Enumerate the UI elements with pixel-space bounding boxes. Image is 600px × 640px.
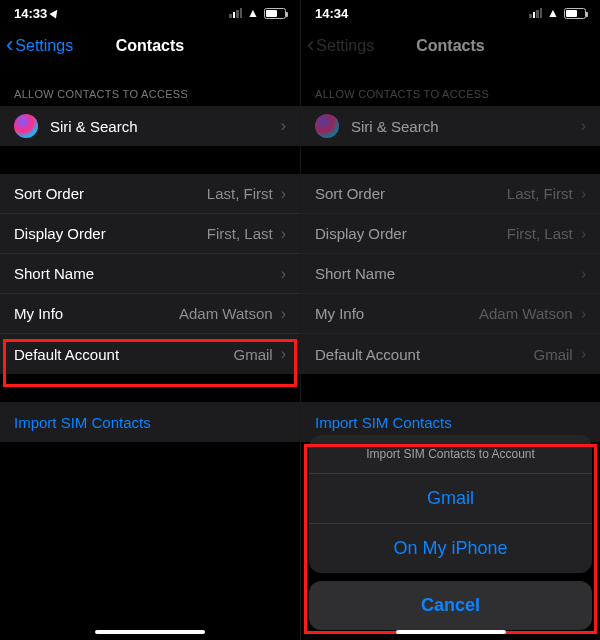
row-siri-search[interactable]: Siri & Search › xyxy=(0,106,300,146)
row-label: Siri & Search xyxy=(50,118,273,135)
wifi-icon: ▲ xyxy=(247,7,259,19)
row-sort-order[interactable]: Sort Order Last, First › xyxy=(0,174,300,214)
chevron-right-icon: › xyxy=(581,345,586,363)
row-display-order[interactable]: Display Order First, Last › xyxy=(0,214,300,254)
chevron-right-icon: › xyxy=(281,117,286,135)
back-label: Settings xyxy=(15,37,73,55)
row-short-name: Short Name › xyxy=(301,254,600,294)
row-display-order: Display Order First, Last › xyxy=(301,214,600,254)
right-screenshot: 14:34 ▲ ‹ Settings Contacts ALLOW CONTAC… xyxy=(300,0,600,640)
left-screenshot: 14:33 ▲ ‹ Settings Contacts ALLOW CONTAC… xyxy=(0,0,300,640)
section-header-access: ALLOW CONTACTS TO ACCESS xyxy=(301,66,600,106)
import-sim-label: Import SIM Contacts xyxy=(315,414,452,431)
nav-bar: ‹ Settings Contacts xyxy=(301,26,600,66)
row-default-account: Default Account Gmail › xyxy=(301,334,600,374)
sheet-cancel-button[interactable]: Cancel xyxy=(309,581,592,630)
row-value: First, Last xyxy=(507,225,573,242)
row-value: Last, First xyxy=(507,185,573,202)
row-label: My Info xyxy=(315,305,479,322)
cell-signal-icon xyxy=(529,8,542,18)
row-label: Display Order xyxy=(14,225,207,242)
back-button: ‹ Settings xyxy=(307,36,374,56)
chevron-right-icon: › xyxy=(581,117,586,135)
chevron-right-icon: › xyxy=(581,185,586,203)
action-sheet: Import SIM Contacts to Account Gmail On … xyxy=(309,435,592,630)
siri-icon xyxy=(14,114,38,138)
row-siri-search: Siri & Search › xyxy=(301,106,600,146)
sheet-header: Import SIM Contacts to Account xyxy=(309,435,592,474)
row-value: Gmail xyxy=(234,346,273,363)
chevron-right-icon: › xyxy=(281,185,286,203)
row-import-sim-contacts[interactable]: Import SIM Contacts xyxy=(0,402,300,442)
home-indicator[interactable] xyxy=(95,630,205,634)
row-label: Default Account xyxy=(14,346,234,363)
siri-icon xyxy=(315,114,339,138)
row-label: Sort Order xyxy=(14,185,207,202)
cell-signal-icon xyxy=(229,8,242,18)
row-label: Short Name xyxy=(315,265,573,282)
chevron-right-icon: › xyxy=(581,265,586,283)
status-time: 14:33 xyxy=(14,6,47,21)
row-value: First, Last xyxy=(207,225,273,242)
row-label: Default Account xyxy=(315,346,534,363)
sheet-option-gmail[interactable]: Gmail xyxy=(309,474,592,524)
location-icon xyxy=(50,7,61,18)
chevron-right-icon: › xyxy=(281,345,286,363)
status-bar: 14:33 ▲ xyxy=(0,0,300,26)
row-sort-order: Sort Order Last, First › xyxy=(301,174,600,214)
chevron-right-icon: › xyxy=(581,305,586,323)
status-time: 14:34 xyxy=(315,6,348,21)
row-my-info: My Info Adam Watson › xyxy=(301,294,600,334)
row-label: Siri & Search xyxy=(351,118,573,135)
row-value: Last, First xyxy=(207,185,273,202)
row-my-info[interactable]: My Info Adam Watson › xyxy=(0,294,300,334)
chevron-left-icon: ‹ xyxy=(6,34,13,56)
row-default-account[interactable]: Default Account Gmail › xyxy=(0,334,300,374)
battery-icon xyxy=(264,8,286,19)
chevron-right-icon: › xyxy=(281,305,286,323)
back-button[interactable]: ‹ Settings xyxy=(6,36,73,56)
chevron-right-icon: › xyxy=(281,225,286,243)
page-title: Contacts xyxy=(416,37,484,55)
import-sim-label: Import SIM Contacts xyxy=(14,414,151,431)
battery-icon xyxy=(564,8,586,19)
settings-content: ALLOW CONTACTS TO ACCESS Siri & Search ›… xyxy=(0,66,300,640)
row-label: Display Order xyxy=(315,225,507,242)
row-value: Gmail xyxy=(534,346,573,363)
page-title: Contacts xyxy=(116,37,184,55)
row-label: My Info xyxy=(14,305,179,322)
home-indicator[interactable] xyxy=(396,630,506,634)
back-label: Settings xyxy=(316,37,374,55)
chevron-right-icon: › xyxy=(281,265,286,283)
sheet-option-on-my-iphone[interactable]: On My iPhone xyxy=(309,524,592,573)
status-bar: 14:34 ▲ xyxy=(301,0,600,26)
chevron-left-icon: ‹ xyxy=(307,34,314,56)
row-label: Short Name xyxy=(14,265,273,282)
row-label: Sort Order xyxy=(315,185,507,202)
row-value: Adam Watson xyxy=(179,305,273,322)
nav-bar: ‹ Settings Contacts xyxy=(0,26,300,66)
chevron-right-icon: › xyxy=(581,225,586,243)
row-short-name[interactable]: Short Name › xyxy=(0,254,300,294)
wifi-icon: ▲ xyxy=(547,7,559,19)
section-header-access: ALLOW CONTACTS TO ACCESS xyxy=(0,66,300,106)
row-value: Adam Watson xyxy=(479,305,573,322)
